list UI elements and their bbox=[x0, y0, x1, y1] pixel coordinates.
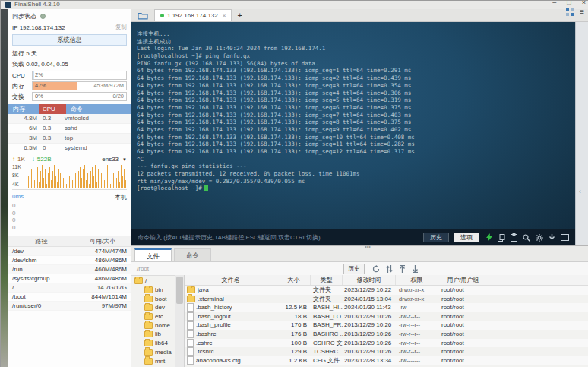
options-button[interactable]: 选项 bbox=[454, 233, 479, 242]
folder-icon bbox=[144, 313, 153, 320]
new-window-icon[interactable] bbox=[561, 234, 569, 241]
process-col-mem[interactable]: 内存 bbox=[8, 104, 39, 114]
process-table: 内存 CPU 命令 4.8M 0.3 vmtoolsd 6M 0.3 sshd bbox=[8, 104, 131, 153]
filesystem-row[interactable]: /run/user/0 97M/97M bbox=[8, 302, 131, 311]
file-row[interactable]: .bash_logout 18 B BASH_LO... 2013/12/29 … bbox=[185, 312, 588, 321]
folder-icon bbox=[134, 277, 143, 284]
terminal[interactable]: 连接主机...连接主机成功Last login: Tue Jan 30 11:4… bbox=[131, 22, 575, 245]
tree-scrollbar[interactable] bbox=[175, 275, 185, 367]
file-name: .xterminal bbox=[198, 295, 224, 304]
file-type-icon bbox=[187, 330, 194, 338]
session-tab[interactable]: 1 192.168.174.132 × bbox=[154, 9, 232, 21]
run-lightning-icon[interactable] bbox=[486, 233, 492, 242]
tab-close-icon[interactable]: × bbox=[223, 12, 226, 19]
finalshell-window: FinalShell 4.3.10 – □ × 同步状态 IP 192.168.… bbox=[0, 0, 588, 367]
process-col-cpu[interactable]: CPU bbox=[39, 104, 66, 114]
command-input[interactable]: 命令输入 (按ALT键提示历史,TAB键路径,ESC键返回,双击CTRL切换) bbox=[138, 233, 419, 242]
copy-icon[interactable] bbox=[498, 234, 505, 242]
terminal-line: --- fanfu.gx ping statistics --- bbox=[137, 163, 575, 170]
upload-icon[interactable] bbox=[399, 262, 406, 276]
sync-transfer-icon[interactable] bbox=[386, 262, 393, 276]
chevron-down-icon[interactable]: ▼ bbox=[122, 157, 127, 162]
tree-item[interactable]: dev bbox=[131, 303, 175, 312]
interface-select[interactable]: ens33 bbox=[102, 156, 119, 163]
tab-commands[interactable]: 命令 bbox=[174, 248, 211, 261]
process-row[interactable]: 6.5M 0 systemd bbox=[8, 144, 131, 153]
scrollbar-thumb[interactable] bbox=[176, 277, 183, 304]
filesystem-row[interactable]: /run 460M/486M bbox=[8, 265, 131, 274]
terminal-line: [root@localhost ~]# ping fanfu.gx bbox=[137, 52, 575, 60]
history-button[interactable]: 历史 bbox=[423, 233, 449, 242]
settings-gear-icon[interactable] bbox=[536, 234, 543, 242]
col-owner[interactable]: 用户/用户组 bbox=[438, 275, 488, 285]
col-type[interactable]: 类型 bbox=[311, 275, 343, 285]
session-tab-label: 1 192.168.174.132 bbox=[167, 12, 218, 19]
process-row[interactable]: 3M 0.3 top bbox=[8, 134, 131, 144]
file-row[interactable]: java 文件夹 2023/12/29 10:22 drwxr-xr-x roo… bbox=[185, 286, 588, 295]
process-row[interactable]: 6M 0.3 sshd bbox=[8, 124, 131, 134]
fs-col-size[interactable]: 可用/大小 bbox=[74, 236, 131, 246]
file-row[interactable]: .bash_history 12.5 KB BASH_HI... 2024/01… bbox=[185, 303, 588, 312]
filesystem-row[interactable]: / 14.7G/17G bbox=[8, 283, 131, 293]
filesystem-row[interactable]: /dev 474M/474M bbox=[8, 247, 131, 256]
download-icon[interactable] bbox=[412, 262, 419, 276]
titlebar: FinalShell 4.3.10 – □ × bbox=[1, 1, 588, 9]
file-table-body: java 文件夹 2023/12/29 10:22 drwxr-xr-x roo… bbox=[185, 286, 588, 365]
tab-bar: 1 192.168.174.132 × + ≡ bbox=[131, 9, 588, 22]
ping-history-value: 0 bbox=[8, 202, 131, 210]
file-row[interactable]: .bashrc 176 B BASHRC ... 2013/12/29 10:2… bbox=[185, 330, 588, 339]
collapse-panel-icon[interactable]: ‹ bbox=[579, 188, 581, 195]
col-filename[interactable]: 文件名 bbox=[185, 275, 277, 285]
tree-item[interactable]: media bbox=[131, 348, 175, 357]
file-type-icon bbox=[187, 303, 194, 312]
meter-bar: 47% 453M/972M bbox=[32, 81, 127, 90]
paste-icon[interactable] bbox=[511, 233, 517, 242]
scroll-to-bottom-icon[interactable] bbox=[548, 234, 555, 242]
file-name: .tcshrc bbox=[196, 347, 214, 356]
col-mtime[interactable]: 修改时间 bbox=[343, 275, 396, 285]
path-input[interactable]: /root bbox=[137, 265, 343, 272]
col-size[interactable]: 大小 bbox=[277, 275, 311, 285]
process-col-cmd[interactable]: 命令 bbox=[66, 104, 131, 114]
menu-icon[interactable]: ≡ bbox=[580, 8, 584, 16]
filesystem-row[interactable]: /sys/fs/cgroup 486M/486M bbox=[8, 274, 131, 283]
col-permissions[interactable]: 权限 bbox=[396, 275, 438, 285]
filesystem-row[interactable]: /dev/shm 486M/486M bbox=[8, 256, 131, 265]
filesystem-row[interactable]: /boot 844M/1014M bbox=[8, 293, 131, 302]
system-info-button[interactable]: 系统信息 bbox=[12, 34, 127, 46]
tree-item[interactable]: etc bbox=[131, 312, 175, 321]
copy-ip-button[interactable]: 复制 bbox=[115, 24, 127, 31]
network-summary: ↑ 1K ↓ 522B ens33 ▼ bbox=[8, 153, 131, 163]
tree-item[interactable]: lib64 bbox=[131, 339, 175, 348]
new-tab-button[interactable]: + bbox=[237, 10, 242, 21]
sync-status-label: 同步状态 bbox=[12, 12, 36, 21]
tree-item[interactable]: lib bbox=[131, 330, 175, 339]
process-row[interactable]: 4.8M 0.3 vmtoolsd bbox=[8, 114, 131, 124]
terminal-line: PING fanfu.gx (192.168.174.133) 56(84) b… bbox=[137, 60, 575, 68]
tab-files[interactable]: 文件 bbox=[134, 248, 172, 261]
splitter-handle[interactable]: ••• bbox=[360, 245, 375, 248]
search-icon[interactable] bbox=[523, 234, 530, 242]
terminal-line: 64 bytes from 192.168.174.133 (192.168.1… bbox=[137, 74, 575, 82]
ping-history-value: 0 bbox=[8, 210, 131, 217]
file-row[interactable]: .cshrc 100 B CSHRC 文... 2013/12/29 10:26… bbox=[185, 339, 588, 348]
terminal-side-gutter[interactable]: ‹ bbox=[575, 22, 588, 245]
tree-item[interactable]: mnt bbox=[131, 356, 175, 365]
tree-item[interactable]: home bbox=[131, 321, 175, 330]
tree-item[interactable]: bin bbox=[131, 286, 175, 295]
file-name: .bashrc bbox=[196, 330, 216, 339]
file-row[interactable]: .bash_profile 176 B BASH_PR... 2013/12/2… bbox=[185, 321, 588, 330]
tree-item[interactable]: boot bbox=[131, 294, 175, 303]
file-type-icon bbox=[187, 339, 194, 347]
file-row[interactable]: .xterminal 文件夹 2024/01/15 13:04 drwxr-xr… bbox=[185, 295, 588, 304]
minimize-button[interactable]: – bbox=[552, 1, 556, 6]
terminal-prompt-line: [root@localhost ~]# bbox=[131, 185, 575, 192]
fs-col-path[interactable]: 路径 bbox=[8, 236, 74, 246]
file-row[interactable]: .tcshrc 129 B TCSHRC ... 2013/12/29 10:2… bbox=[185, 347, 588, 356]
open-folder-icon[interactable] bbox=[134, 10, 151, 21]
tree-item[interactable]: / bbox=[131, 277, 175, 286]
refresh-icon[interactable] bbox=[372, 262, 380, 276]
path-history-button[interactable]: 历史 bbox=[343, 264, 365, 274]
grid-view-icon[interactable] bbox=[566, 5, 574, 19]
file-row[interactable]: anaconda-ks.cfg 1.2 KB CFG 文件 2023/12/28… bbox=[185, 356, 588, 365]
